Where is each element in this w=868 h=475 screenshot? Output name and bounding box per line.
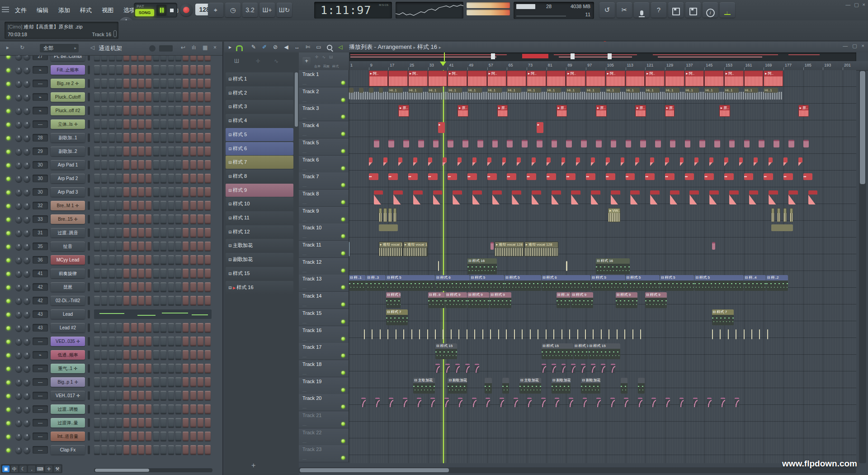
track-led[interactable]: [341, 132, 345, 136]
playlist-clip[interactable]: [712, 329, 713, 339]
channel-pan-knob[interactable]: [15, 189, 22, 196]
hamburger-icon[interactable]: [2, 5, 9, 14]
playlist-clip[interactable]: [626, 71, 645, 86]
channel-pan-knob[interactable]: [15, 81, 22, 87]
step-cell[interactable]: [160, 350, 166, 360]
playlist-clip[interactable]: [514, 398, 518, 407]
channel-pan-knob[interactable]: [15, 338, 22, 345]
step-cell[interactable]: [153, 364, 159, 373]
step-cell[interactable]: [168, 133, 174, 142]
step-cell[interactable]: [101, 174, 107, 183]
step-cell[interactable]: [138, 228, 144, 238]
step-cell[interactable]: [131, 377, 137, 387]
step-cell[interactable]: [190, 432, 196, 441]
playlist-clip[interactable]: ▸▸: [388, 173, 398, 180]
playlist-clip[interactable]: ⊟ 样式 9: [645, 292, 667, 308]
playlist-clip[interactable]: ▸ 阿..: [645, 71, 665, 86]
playlist-clip[interactable]: [532, 190, 541, 204]
playlist-clip[interactable]: ⊟ 样式 6: [542, 275, 590, 291]
playlist-clip[interactable]: [798, 157, 802, 166]
step-cell[interactable]: [131, 323, 137, 332]
step-cell[interactable]: [183, 242, 189, 251]
playlist-clip[interactable]: ⊟ 样式 5: [694, 275, 743, 291]
playlist-clip[interactable]: [759, 140, 764, 147]
step-cell[interactable]: [123, 92, 129, 102]
channel-volume-knob[interactable]: [24, 366, 30, 372]
step-cell[interactable]: [109, 377, 115, 387]
track-header[interactable]: Track 3....: [299, 104, 349, 121]
rack-swing-knob[interactable]: [149, 45, 156, 52]
step-cell[interactable]: [101, 242, 107, 251]
playlist-clip[interactable]: [767, 329, 768, 339]
step-cell[interactable]: [205, 323, 211, 332]
playlist-clip[interactable]: [596, 398, 601, 407]
channel-button[interactable]: Clap Fx: [51, 445, 85, 455]
channel-button[interactable]: Big..re 2 ✛: [51, 79, 85, 88]
step-cell[interactable]: [190, 404, 196, 414]
pattern-piano-icon[interactable]: Ш: [234, 58, 239, 64]
playlist-clip[interactable]: [374, 140, 380, 147]
step-cell[interactable]: [131, 65, 137, 75]
channel-target-box[interactable]: ---: [33, 365, 48, 372]
playlist-hscrollbar[interactable]: [299, 467, 856, 473]
playlist-clip[interactable]: [581, 140, 587, 147]
step-cell[interactable]: [198, 445, 203, 455]
channel-button[interactable]: Filt..止频率: [51, 65, 85, 75]
step-cell[interactable]: [183, 269, 189, 278]
playlist-clip[interactable]: [803, 140, 809, 147]
playlist-clip[interactable]: [379, 224, 398, 231]
corner-icon[interactable]: ∿: [322, 55, 326, 59]
step-cell[interactable]: [101, 255, 107, 265]
playlist-clip[interactable]: [472, 190, 482, 204]
step-cell[interactable]: [146, 418, 151, 428]
step-cell[interactable]: [198, 323, 203, 332]
step-cell[interactable]: [116, 364, 122, 373]
playlist-clip[interactable]: [790, 208, 793, 222]
playlist-clip[interactable]: Hi..1: [467, 88, 482, 93]
playlist-clip[interactable]: [458, 157, 462, 166]
channel-volume-knob[interactable]: [24, 243, 30, 250]
step-cell[interactable]: [101, 119, 107, 129]
playlist-clip[interactable]: [665, 157, 669, 166]
step-cell[interactable]: [109, 418, 115, 428]
step-cell[interactable]: [131, 201, 137, 210]
step-cell[interactable]: [205, 65, 211, 75]
step-cell[interactable]: [94, 201, 100, 210]
playlist-clip[interactable]: ⊟ 样式 7: [386, 309, 408, 325]
playlist-clip[interactable]: [485, 378, 491, 394]
channel-volume-knob[interactable]: [24, 203, 30, 209]
step-cell[interactable]: [183, 228, 189, 238]
step-cell[interactable]: [153, 65, 159, 75]
select-tool-icon[interactable]: ▭: [314, 43, 324, 52]
playlist-clip[interactable]: ▸▸: [527, 173, 536, 180]
step-cell[interactable]: [153, 147, 159, 156]
playlist-clip[interactable]: ⊟ 样式 15: [574, 343, 588, 359]
playlist-clip[interactable]: [428, 71, 448, 86]
playlist-clip[interactable]: [640, 140, 646, 147]
track-led[interactable]: [341, 405, 345, 408]
track-led[interactable]: [341, 354, 345, 357]
track-lane[interactable]: [349, 445, 856, 462]
rack-header-icon-3[interactable]: ×: [213, 44, 217, 51]
step-cell[interactable]: [160, 187, 166, 197]
playlist-clip[interactable]: Hi..1: [547, 88, 561, 93]
track-header[interactable]: Track 14....: [299, 292, 349, 309]
channel-button[interactable]: 过渡..调整: [51, 404, 85, 414]
playlist-clip[interactable]: [670, 140, 676, 147]
step-cell[interactable]: [198, 432, 203, 441]
step-cell[interactable]: [168, 350, 174, 360]
playlist-clip[interactable]: [522, 140, 528, 147]
playlist-clip[interactable]: [474, 329, 475, 339]
step-cell[interactable]: [123, 296, 129, 305]
step-cell[interactable]: [123, 119, 129, 129]
playlist-clip[interactable]: [512, 190, 521, 204]
playlist-clip[interactable]: [744, 140, 750, 147]
step-cell[interactable]: [198, 255, 203, 265]
playlist-window-control[interactable]: —: [843, 43, 848, 49]
channel-volume-knob[interactable]: [24, 271, 30, 277]
step-cell[interactable]: [138, 147, 144, 156]
step-cell[interactable]: [131, 56, 137, 61]
playlist-clip[interactable]: [774, 140, 779, 147]
playlist-clip[interactable]: [749, 190, 759, 204]
step-cell[interactable]: [94, 255, 100, 265]
